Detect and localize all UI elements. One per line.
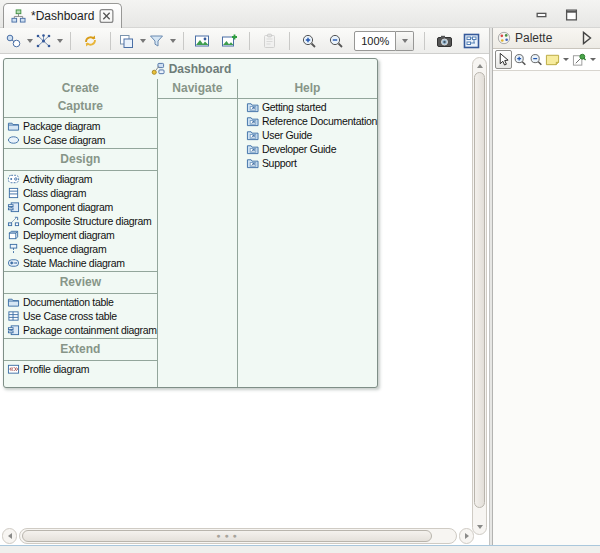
bottom-status-strip [0,545,600,553]
item-label: Activity diagram [23,173,92,185]
dashboard-item-package-containment-diagram[interactable]: Package containment diagram [4,323,157,337]
item-label: State Machine diagram [23,257,125,269]
zoom-in-tool[interactable] [513,50,528,69]
zoom-level-combo: 100% [354,31,414,51]
divider [4,338,157,339]
profile-icon [7,363,20,375]
scroll-left-button[interactable] [2,528,17,544]
dashboard-columns: CreateCapturePackage diagramUse Case dia… [4,79,377,387]
toolbar-separator [110,32,111,50]
filter-button[interactable] [148,30,176,52]
zoom-level-value[interactable]: 100% [354,31,396,51]
chevron-down-icon [402,39,408,43]
zoom-level-dropdown-button[interactable] [396,31,414,51]
dashboard-item-support[interactable]: Support [238,156,377,170]
scroll-down-button[interactable] [473,521,486,532]
paste-icon [261,33,278,49]
dashboard-title: Dashboard [169,62,232,76]
horizontal-scrollbar-thumb[interactable]: ● ● ● [22,530,432,542]
dashboard-item-use-case-diagram[interactable]: Use Case diagram [4,133,157,147]
folder-icon [7,120,20,132]
divider [238,98,377,99]
dashboard-item-sequence-diagram[interactable]: Sequence diagram [4,242,157,256]
scroll-up-button[interactable] [473,60,486,71]
section-header-extend: Extend [4,340,157,359]
copy-style-button[interactable] [118,30,146,52]
zoom-out-button[interactable] [324,30,349,52]
dashboard-item-state-machine-diagram[interactable]: State Machine diagram [4,256,157,270]
dashboard-item-documentation-table[interactable]: Documentation table [4,295,157,309]
zoom-in-icon [301,33,318,49]
dashboard-item-user-guide[interactable]: User Guide [238,128,377,142]
toolbar-separator [289,32,290,50]
item-label: Class diagram [23,187,86,199]
close-icon[interactable] [99,9,114,23]
diagram-canvas[interactable]: Dashboard CreateCapturePackage diagramUs… [0,54,489,545]
note-tool[interactable] [545,50,560,69]
camera-button[interactable] [432,30,457,52]
zoom-out-icon [529,52,544,67]
chevron-down-icon[interactable] [590,58,596,61]
palette-title: Palette [515,31,552,45]
vertical-scrollbar[interactable] [472,57,487,535]
item-label: Use Case diagram [23,134,105,146]
item-label: Reference Documentation [262,115,377,127]
add-image-button[interactable] [217,30,242,52]
section-header-capture: Capture [4,97,157,116]
item-label: Getting started [262,101,326,113]
horizontal-scrollbar-track[interactable]: ● ● ● [19,528,457,544]
editor-toolbar: 100% [0,28,489,54]
item-label: Developer Guide [262,143,336,155]
dashboard-item-profile-diagram[interactable]: Profile diagram [4,362,157,376]
dashboard-item-component-diagram[interactable]: Component diagram [4,200,157,214]
camera-icon [436,33,453,49]
dashboard-item-deployment-diagram[interactable]: Deployment diagram [4,228,157,242]
zoom-out-tool[interactable] [529,50,544,69]
dashboard-icon [150,62,165,76]
export-image-button[interactable] [190,30,215,52]
chevron-down-icon [170,39,176,43]
dashboard-item-class-diagram[interactable]: Class diagram [4,186,157,200]
select-cursor-tool[interactable] [495,50,512,69]
paste-button[interactable] [257,30,282,52]
dashboard-item-activity-diagram[interactable]: Activity diagram [4,172,157,186]
pin-tool[interactable] [572,50,587,69]
package-containment-icon [7,324,20,336]
item-label: Composite Structure diagram [23,215,151,227]
scroll-right-button[interactable] [459,528,474,544]
minimize-button[interactable] [532,7,550,22]
editor-tab-bar: *Dashboard [0,0,600,28]
collapse-arrow-icon[interactable] [580,31,594,45]
dashboard-item-reference-documentation[interactable]: Reference Documentation [238,114,377,128]
triangle-left-icon [8,533,12,539]
component-icon [7,201,20,213]
dashboard-item-package-diagram[interactable]: Package diagram [4,119,157,133]
folder-link-icon [246,143,259,155]
zoom-in-button[interactable] [297,30,322,52]
tab-label: *Dashboard [31,9,94,23]
palette-toolbar [493,49,600,71]
dashboard-item-getting-started[interactable]: Getting started [238,100,377,114]
dashboard-item-composite-structure-diagram[interactable]: Composite Structure diagram [4,214,157,228]
vertical-scrollbar-thumb[interactable] [474,72,485,508]
diagram-overview-button[interactable] [459,30,484,52]
column-header-help: Help [238,79,377,97]
chevron-down-icon [27,39,33,43]
horizontal-scrollbar[interactable]: ● ● ● [2,528,474,544]
sync-button[interactable] [78,30,103,52]
triangle-up-icon [477,64,483,68]
palette-header[interactable]: Palette [493,28,600,49]
chevron-down-icon[interactable] [563,58,569,61]
tab-dashboard[interactable]: *Dashboard [3,3,122,28]
toolbar-separator [183,32,184,50]
item-label: Support [262,157,297,169]
column-header-create: Create [4,79,157,97]
diagram-nodes-button[interactable] [5,30,33,52]
copy-style-icon [118,33,135,49]
maximize-button[interactable] [562,7,580,22]
dashboard-item-developer-guide[interactable]: Developer Guide [238,142,377,156]
triangle-right-icon [465,533,469,539]
dashboard-item-use-case-cross-table[interactable]: Use Case cross table [4,309,157,323]
chevron-down-icon [140,39,146,43]
graph-layout-button[interactable] [35,30,63,52]
